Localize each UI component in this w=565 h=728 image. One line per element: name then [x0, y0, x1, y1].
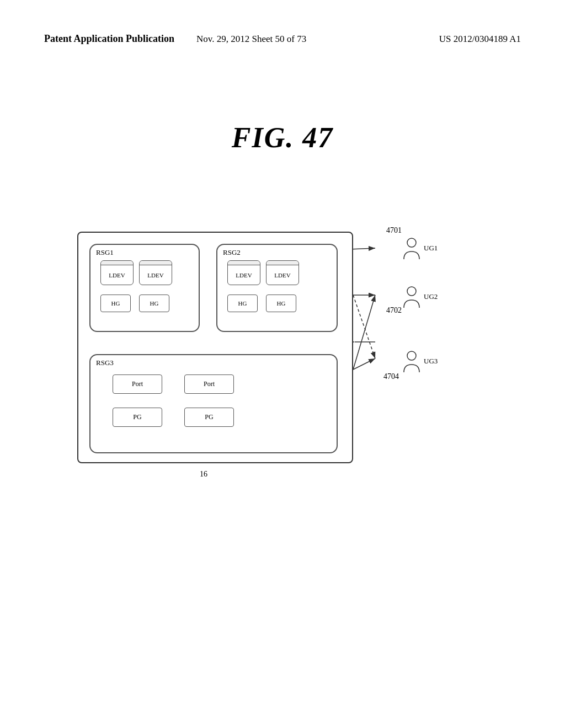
rsg1-ldev1: LDEV — [100, 260, 134, 285]
diagram-area: RSG1 LDEV LDEV HG HG RSG2 LDEV — [44, 188, 519, 529]
ug2-icon — [402, 286, 422, 310]
ug1-label: UG1 — [424, 244, 438, 253]
rsg3-label: RSG3 — [96, 358, 114, 367]
ug3-label: UG3 — [424, 357, 438, 366]
rsg3-pg2: PG — [184, 408, 234, 427]
rsg2-box: RSG2 LDEV LDEV HG HG — [216, 244, 338, 332]
svg-point-10 — [407, 287, 416, 296]
ug2-user-group: UG2 — [402, 286, 422, 312]
page-header: Patent Application Publication Nov. 29, … — [0, 33, 565, 45]
storage-box-label: 16 — [200, 470, 207, 479]
svg-line-6 — [353, 295, 375, 370]
rsg1-hg1: HG — [100, 295, 131, 312]
ug1-icon — [402, 237, 422, 261]
ref-4701: 4701 — [386, 226, 402, 235]
ref-4704: 4704 — [383, 372, 399, 381]
rsg1-hg2: HG — [139, 295, 169, 312]
storage-box-16: RSG1 LDEV LDEV HG HG RSG2 LDEV — [77, 232, 353, 463]
rsg2-hg1: HG — [227, 295, 258, 312]
ug3-icon — [402, 350, 422, 374]
rsg1-label: RSG1 — [96, 248, 114, 257]
rsg2-label: RSG2 — [223, 248, 241, 257]
rsg2-ldev2: LDEV — [266, 260, 299, 285]
rsg1-box: RSG1 LDEV LDEV HG HG — [89, 244, 200, 332]
rsg1-ldev2: LDEV — [139, 260, 172, 285]
rsg2-hg2: HG — [266, 295, 296, 312]
patent-number-label: US 2012/0304189 A1 — [439, 34, 521, 45]
rsg2-ldev1: LDEV — [227, 260, 260, 285]
publication-label: Patent Application Publication — [44, 33, 174, 45]
date-sheet-label: Nov. 29, 2012 Sheet 50 of 73 — [196, 34, 306, 45]
svg-line-7 — [353, 358, 375, 370]
rsg3-pg1: PG — [113, 408, 162, 427]
svg-line-5 — [353, 295, 375, 358]
ref-4702: 4702 — [386, 306, 402, 315]
figure-title: FIG. 47 — [0, 121, 565, 154]
rsg3-box: RSG3 Port Port PG PG — [89, 354, 338, 453]
ug3-user-group: UG3 — [402, 350, 422, 377]
rsg3-port1: Port — [113, 374, 162, 394]
ug2-label: UG2 — [424, 292, 438, 301]
rsg3-port2: Port — [184, 374, 234, 394]
ug1-user-group: UG1 — [402, 237, 422, 264]
svg-point-9 — [407, 238, 416, 247]
svg-point-11 — [407, 351, 416, 360]
